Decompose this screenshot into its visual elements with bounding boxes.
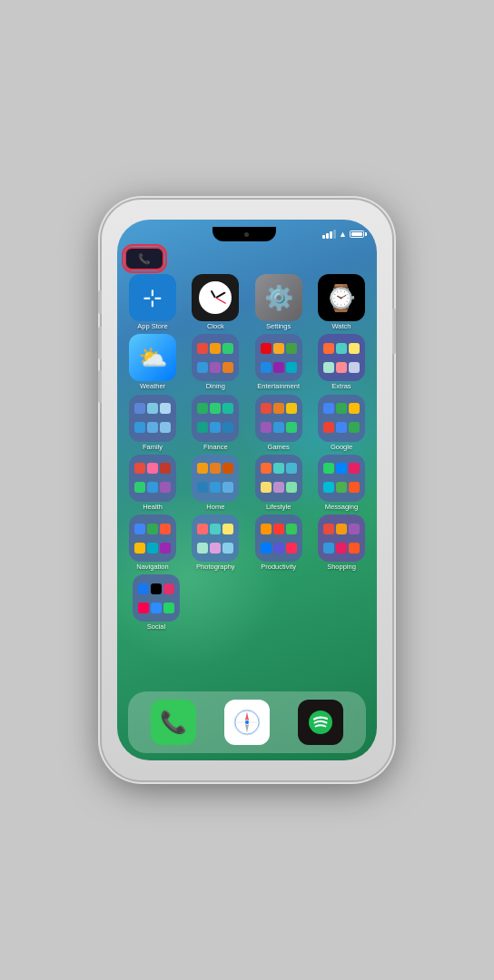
folder-mini: [160, 524, 171, 534]
messaging-folder-icon: [318, 455, 365, 502]
folder-mini: [222, 524, 233, 534]
folder-mini: [336, 403, 347, 414]
home-label: Home: [206, 504, 224, 511]
app-store-icon: [129, 274, 176, 321]
watch-item[interactable]: ⌚ Watch: [313, 274, 370, 330]
folder-mini: [210, 543, 221, 554]
dining-item[interactable]: Dining: [187, 334, 243, 390]
folder-mini: [138, 583, 149, 594]
folder-mini: [197, 463, 208, 474]
app-row-4: Health Home: [124, 455, 370, 511]
folder-mini: [323, 482, 334, 493]
mute-button[interactable]: [98, 290, 102, 314]
folder-mini: [273, 422, 284, 433]
clock-icon: [192, 274, 239, 321]
power-button[interactable]: [392, 309, 396, 354]
app-grid: App Store Clock ⚙️ Settings: [124, 274, 370, 688]
folder-mini: [261, 422, 272, 433]
folder-mini: [147, 463, 158, 474]
health-folder-icon: [129, 455, 176, 502]
home-item[interactable]: Home: [187, 455, 243, 511]
productivity-label: Productivity: [261, 564, 296, 571]
folder-mini: [151, 603, 162, 613]
lifestyle-item[interactable]: Lifestyle: [251, 455, 307, 511]
folder-mini: [197, 343, 208, 354]
dock-spotify-item[interactable]: [298, 700, 343, 745]
home-folder-icon: [192, 455, 239, 502]
social-item[interactable]: Social: [128, 574, 184, 631]
folder-mini: [273, 463, 284, 474]
folder-mini: [323, 343, 334, 354]
messaging-item[interactable]: Messaging: [313, 455, 370, 511]
folder-mini: [138, 603, 149, 613]
extras-folder-icon: [318, 334, 365, 381]
svg-point-6: [245, 720, 249, 724]
folder-mini: [134, 463, 145, 474]
productivity-item[interactable]: Productivity: [251, 514, 307, 571]
lifestyle-label: Lifestyle: [266, 504, 291, 511]
navigation-label: Navigation: [136, 564, 168, 571]
folder-mini: [134, 543, 145, 554]
active-call-button[interactable]: 📞: [124, 247, 164, 270]
folder-mini: [197, 362, 208, 373]
games-label: Games: [268, 444, 290, 451]
dock-spotify-icon: [298, 700, 343, 745]
app-store-item[interactable]: App Store: [124, 274, 181, 330]
folder-mini: [349, 343, 360, 354]
folder-mini: [197, 422, 208, 433]
folder-mini: [261, 362, 272, 373]
folder-mini: [197, 524, 208, 534]
extras-item[interactable]: Extras: [313, 334, 370, 390]
photography-item[interactable]: Photography: [187, 514, 243, 571]
navigation-item[interactable]: Navigation: [124, 514, 181, 571]
folder-mini: [336, 362, 347, 373]
navigation-folder-icon: [129, 514, 176, 562]
dock: 📞: [128, 691, 366, 753]
settings-label: Settings: [266, 323, 291, 330]
dock-phone-item[interactable]: 📞: [151, 700, 196, 745]
settings-item[interactable]: ⚙️ Settings: [251, 274, 307, 330]
google-label: Google: [331, 444, 352, 451]
family-item[interactable]: Family: [124, 395, 181, 451]
volume-up-button[interactable]: [98, 327, 102, 359]
signal-bar-3: [330, 231, 332, 239]
clock-face-bg: [199, 281, 232, 314]
health-label: Health: [143, 504, 163, 511]
signal-bar-1: [322, 235, 325, 239]
folder-mini: [286, 362, 297, 373]
folder-mini: [336, 543, 347, 554]
folder-mini: [160, 482, 171, 493]
safari-compass-svg: [232, 708, 262, 737]
health-item[interactable]: Health: [124, 455, 181, 511]
google-item[interactable]: Google: [313, 395, 370, 451]
games-folder-icon: [255, 395, 302, 442]
app-row-5: Navigation Photography: [124, 514, 370, 571]
folder-mini: [197, 482, 208, 493]
phone-call-icon: 📞: [138, 253, 151, 265]
folder-mini: [222, 362, 233, 373]
volume-down-button[interactable]: [98, 370, 102, 403]
games-item[interactable]: Games: [251, 395, 307, 451]
folder-mini: [261, 403, 272, 414]
entertainment-item[interactable]: Entertainment: [251, 334, 307, 390]
dining-folder-icon: [192, 334, 239, 381]
folder-mini: [222, 422, 233, 433]
messaging-label: Messaging: [325, 504, 358, 511]
family-folder-icon: [129, 395, 176, 442]
weather-item[interactable]: ⛅ Weather: [124, 334, 181, 390]
social-label: Social: [147, 623, 165, 631]
clock-item[interactable]: Clock: [187, 274, 243, 330]
folder-mini: [349, 543, 360, 554]
folder-mini: [349, 524, 360, 534]
dining-label: Dining: [206, 383, 225, 390]
folder-mini: [147, 543, 158, 554]
camera: [244, 232, 249, 237]
finance-item[interactable]: Finance: [187, 395, 243, 451]
dock-safari-item[interactable]: [224, 700, 270, 745]
app-row-6: Social: [124, 574, 370, 631]
shopping-item[interactable]: Shopping: [313, 514, 370, 571]
svg-point-7: [309, 710, 332, 734]
wifi-icon: ▲: [339, 230, 347, 239]
folder-mini: [286, 343, 297, 354]
finance-folder-icon: [192, 395, 239, 442]
